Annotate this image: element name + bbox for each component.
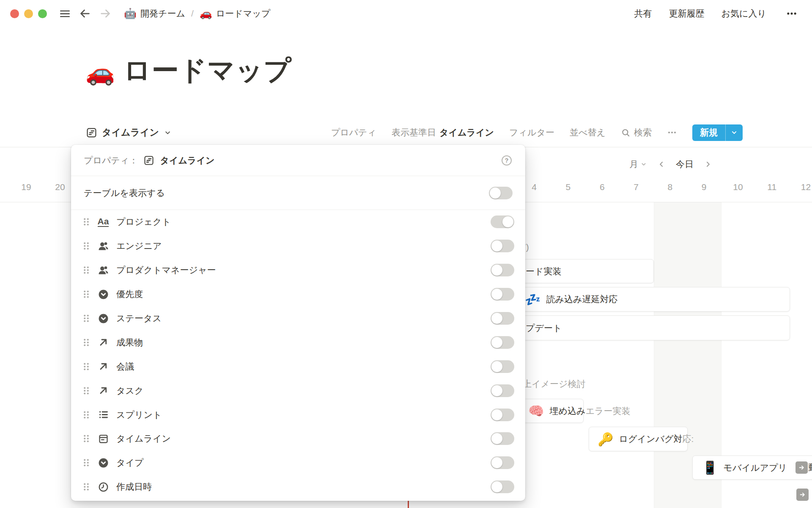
drag-handle-icon[interactable] [82, 216, 91, 227]
select-icon [97, 312, 110, 325]
new-button[interactable]: 新規 [692, 124, 743, 141]
key-emoji-icon: 🔑 [598, 432, 613, 447]
drag-handle-icon[interactable] [82, 265, 91, 276]
chevron-down-icon [164, 129, 172, 137]
property-row: エンジニア [71, 234, 525, 258]
select-icon [97, 456, 110, 469]
svg-text:?: ? [505, 157, 509, 164]
toggle-knob [490, 188, 501, 199]
drag-handle-icon[interactable] [82, 481, 91, 492]
toggle-knob [491, 240, 502, 251]
forward-arrow-icon[interactable] [99, 7, 112, 20]
drag-handle-icon[interactable] [82, 385, 91, 396]
toolbar-more-icon[interactable] [667, 127, 677, 138]
close-window-button[interactable] [10, 9, 19, 18]
drag-handle-icon[interactable] [82, 240, 91, 251]
drag-handle-icon[interactable] [82, 313, 91, 324]
search-button[interactable]: 検索 [621, 127, 652, 138]
property-toggle[interactable] [491, 336, 514, 349]
breadcrumb-separator: / [191, 8, 194, 19]
drag-handle-icon[interactable] [82, 289, 91, 300]
property-toggle[interactable] [491, 240, 514, 252]
view-toolbar: プロパティ 表示基準日 タイムライン フィルター 並べ替え 検索 新規 [331, 123, 743, 142]
date-row-right: 456789101112 [517, 182, 812, 192]
timeline-card[interactable]: プデート [511, 315, 790, 340]
timeline-card[interactable]: ード実装 [511, 259, 654, 283]
property-label: スプリント [116, 409, 162, 421]
drag-handle-icon[interactable] [82, 361, 91, 372]
property-label: 会議 [116, 361, 134, 373]
timeline-card[interactable]: 📱 モバイルアプリ [692, 456, 812, 480]
new-button-chevron-down-icon[interactable] [726, 124, 743, 141]
property-toggle[interactable] [491, 384, 514, 397]
property-toggle[interactable] [491, 409, 514, 421]
property-row: 作成日時 [71, 475, 525, 499]
sidebar-menu-icon[interactable] [58, 7, 71, 20]
drag-handle-icon[interactable] [82, 457, 91, 468]
page-header: 🚗 ロードマップ [85, 53, 291, 87]
person-icon [97, 264, 110, 276]
help-icon[interactable]: ? [501, 155, 513, 166]
toggle-knob [491, 289, 502, 300]
date-label: 19 [18, 182, 35, 192]
favorite-button[interactable]: お気に入り [721, 8, 766, 19]
more-options-icon[interactable] [783, 7, 800, 20]
timeline-card[interactable]: 🔑 ログインバグ対応: [589, 427, 688, 451]
property-label: 優先度 [116, 288, 143, 300]
property-toggle[interactable] [491, 360, 514, 373]
sort-button[interactable]: 並べ替え [570, 127, 606, 138]
property-row: 優先度 [71, 282, 525, 306]
drag-handle-icon[interactable] [82, 409, 91, 420]
car-emoji-icon: 🚗 [200, 8, 212, 19]
property-toggle[interactable] [491, 215, 514, 228]
property-toggle[interactable] [491, 288, 514, 301]
prev-period-icon[interactable] [657, 160, 666, 168]
property-row: プロダクトマネージャー [71, 258, 525, 282]
phone-emoji-icon: 📱 [702, 460, 718, 475]
property-row: タイムライン [71, 427, 525, 451]
timeline-nav: 月 今日 [629, 158, 712, 170]
date-label: 6 [585, 182, 619, 192]
property-row: タスク [71, 378, 525, 403]
timeline-view-icon [86, 127, 97, 138]
breadcrumb-page[interactable]: 🚗 ロードマップ [200, 8, 270, 19]
page-title[interactable]: ロードマップ [123, 53, 292, 87]
filter-button[interactable]: フィルター [509, 127, 554, 138]
minimize-window-button[interactable] [24, 9, 33, 18]
drag-handle-icon[interactable] [82, 433, 91, 444]
property-toggle[interactable] [491, 432, 514, 445]
property-toggle[interactable] [491, 456, 514, 469]
date-basis-button[interactable]: 表示基準日 タイムライン [392, 127, 494, 138]
date-label: 20 [52, 182, 69, 192]
show-table-toggle[interactable] [489, 187, 513, 199]
timeline-view-icon [143, 155, 154, 166]
relation-icon [97, 336, 110, 349]
timeline-card[interactable]: 💤 読み込み遅延対応 [511, 287, 790, 312]
title-icon: Aa [97, 215, 110, 228]
date-label: 9 [687, 182, 721, 192]
zoom-window-button[interactable] [38, 9, 47, 18]
properties-button[interactable]: プロパティ [331, 127, 376, 138]
today-button[interactable]: 今日 [676, 158, 694, 170]
clock-icon [97, 480, 110, 493]
timeline-card[interactable]: 🧠 埋め込みエラー実装 [517, 399, 584, 423]
breadcrumb-team[interactable]: 🤖 開発チーム [124, 8, 185, 19]
next-period-icon[interactable] [704, 160, 712, 168]
brain-emoji-icon: 🧠 [528, 403, 544, 418]
drag-handle-icon[interactable] [82, 337, 91, 348]
page-icon-car-emoji[interactable]: 🚗 [85, 58, 115, 87]
tab-timeline-view[interactable]: タイムライン [86, 123, 172, 142]
property-toggle[interactable] [491, 480, 514, 493]
open-item-arrow-button[interactable] [796, 461, 808, 474]
property-label: タスク [116, 385, 143, 397]
timeline-unit-select[interactable]: 月 [629, 158, 647, 170]
relation-icon [97, 360, 110, 373]
property-toggle[interactable] [491, 264, 514, 276]
open-item-arrow-button[interactable] [796, 489, 809, 501]
back-arrow-icon[interactable] [78, 7, 92, 20]
property-toggle[interactable] [491, 312, 514, 325]
share-button[interactable]: 共有 [634, 8, 652, 19]
property-label: タイプ [116, 457, 143, 469]
updates-button[interactable]: 更新履歴 [669, 8, 705, 19]
property-row: タイプ [71, 451, 525, 475]
